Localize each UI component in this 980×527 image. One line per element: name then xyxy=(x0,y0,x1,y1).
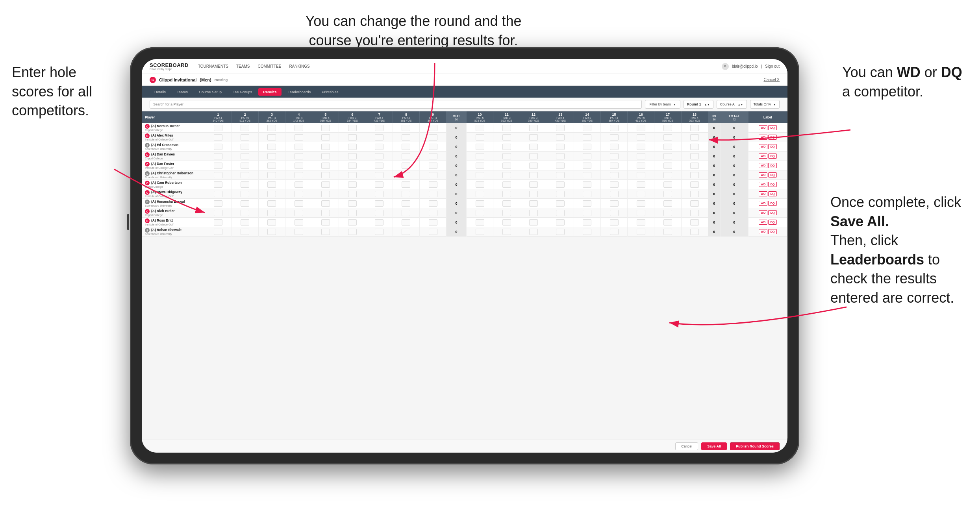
hole-input-1[interactable] xyxy=(205,161,232,170)
score-input-hole-8[interactable] xyxy=(402,134,410,141)
score-input-hole-18[interactable] xyxy=(690,163,699,169)
hole-input-11[interactable] xyxy=(493,142,520,152)
hole-input-8[interactable] xyxy=(393,133,419,142)
score-input-hole-6[interactable] xyxy=(348,172,357,178)
hole-input-18[interactable] xyxy=(681,123,708,133)
wd-button[interactable]: WD xyxy=(759,144,768,149)
score-input-hole-17[interactable] xyxy=(663,172,672,178)
score-input-hole-3[interactable] xyxy=(267,200,276,207)
wd-button[interactable]: WD xyxy=(759,172,768,178)
score-input-hole-8[interactable] xyxy=(402,163,410,169)
score-input-hole-11[interactable] xyxy=(502,125,511,131)
score-input-hole-12[interactable] xyxy=(529,200,538,207)
hole-input-1[interactable] xyxy=(205,152,232,161)
hole-input-13[interactable] xyxy=(547,123,574,133)
score-input-hole-15[interactable] xyxy=(610,229,619,235)
score-input-hole-10[interactable] xyxy=(476,219,484,226)
score-input-hole-5[interactable] xyxy=(321,144,330,150)
hole-input-17[interactable] xyxy=(654,189,681,199)
hole-input-7[interactable] xyxy=(366,152,393,161)
score-input-hole-13[interactable] xyxy=(556,153,565,159)
score-input-hole-1[interactable] xyxy=(214,125,222,131)
score-input-hole-7[interactable] xyxy=(375,191,383,197)
nav-rankings[interactable]: RANKINGS xyxy=(289,64,309,68)
score-input-hole-1[interactable] xyxy=(214,191,222,197)
score-input-hole-18[interactable] xyxy=(690,172,699,178)
hole-input-15[interactable] xyxy=(600,123,627,133)
score-input-hole-18[interactable] xyxy=(690,134,699,141)
hole-input-10[interactable] xyxy=(467,180,493,189)
score-input-hole-6[interactable] xyxy=(348,200,357,207)
score-input-hole-6[interactable] xyxy=(348,219,357,226)
hole-input-3[interactable] xyxy=(258,142,285,152)
score-input-hole-16[interactable] xyxy=(637,153,645,159)
score-input-hole-15[interactable] xyxy=(610,219,619,226)
wd-dq-cell[interactable]: WDDQ xyxy=(748,180,787,189)
score-input-hole-17[interactable] xyxy=(663,163,672,169)
score-input-hole-2[interactable] xyxy=(241,153,249,159)
hole-input-16[interactable] xyxy=(628,142,654,152)
hole-input-6[interactable] xyxy=(339,161,366,170)
tab-teams[interactable]: Teams xyxy=(172,88,193,96)
score-input-hole-10[interactable] xyxy=(476,163,484,169)
score-input-hole-6[interactable] xyxy=(348,125,357,131)
score-input-hole-14[interactable] xyxy=(583,181,591,188)
hole-input-10[interactable] xyxy=(467,189,493,199)
score-input-hole-9[interactable] xyxy=(429,229,437,235)
hole-input-11[interactable] xyxy=(493,208,520,218)
score-input-hole-16[interactable] xyxy=(637,163,645,169)
tab-details[interactable]: Details xyxy=(150,88,170,96)
hole-input-14[interactable] xyxy=(574,123,600,133)
hole-input-17[interactable] xyxy=(654,123,681,133)
hole-input-10[interactable] xyxy=(467,123,493,133)
hole-input-14[interactable] xyxy=(574,133,600,142)
wd-button[interactable]: WD xyxy=(759,153,768,159)
hole-input-8[interactable] xyxy=(393,161,419,170)
hole-input-6[interactable] xyxy=(339,227,366,237)
hole-input-4[interactable] xyxy=(285,227,312,237)
score-input-hole-15[interactable] xyxy=(610,172,619,178)
score-input-hole-17[interactable] xyxy=(663,153,672,159)
score-table-container[interactable]: Player 1PAR 4340 YDS 2PAR 5511 YDS 3PAR … xyxy=(142,111,787,440)
hole-input-16[interactable] xyxy=(628,123,654,133)
score-input-hole-13[interactable] xyxy=(556,181,565,188)
hole-input-12[interactable] xyxy=(520,180,547,189)
hole-input-16[interactable] xyxy=(628,133,654,142)
hole-input-13[interactable] xyxy=(547,180,574,189)
hole-input-10[interactable] xyxy=(467,227,493,237)
hole-input-12[interactable] xyxy=(520,189,547,199)
hole-input-3[interactable] xyxy=(258,170,285,180)
score-input-hole-2[interactable] xyxy=(241,125,249,131)
score-input-hole-4[interactable] xyxy=(295,172,303,178)
score-input-hole-9[interactable] xyxy=(429,191,437,197)
score-input-hole-8[interactable] xyxy=(402,210,410,216)
hole-input-18[interactable] xyxy=(681,227,708,237)
score-input-hole-12[interactable] xyxy=(529,163,538,169)
hole-input-9[interactable] xyxy=(420,199,446,208)
hole-input-5[interactable] xyxy=(312,161,339,170)
score-input-hole-9[interactable] xyxy=(429,153,437,159)
score-input-hole-4[interactable] xyxy=(295,134,303,141)
wd-dq-cell[interactable]: WDDQ xyxy=(748,152,787,161)
score-input-hole-16[interactable] xyxy=(637,219,645,226)
hole-input-8[interactable] xyxy=(393,170,419,180)
wd-dq-cell[interactable]: WDDQ xyxy=(748,199,787,208)
score-input-hole-7[interactable] xyxy=(375,134,383,141)
score-input-hole-1[interactable] xyxy=(214,134,222,141)
score-input-hole-8[interactable] xyxy=(402,191,410,197)
score-input-hole-7[interactable] xyxy=(375,172,383,178)
score-input-hole-6[interactable] xyxy=(348,163,357,169)
score-input-hole-14[interactable] xyxy=(583,229,591,235)
hole-input-17[interactable] xyxy=(654,152,681,161)
hole-input-12[interactable] xyxy=(520,208,547,218)
hole-input-11[interactable] xyxy=(493,170,520,180)
score-input-hole-3[interactable] xyxy=(267,163,276,169)
nav-committee[interactable]: COMMITTEE xyxy=(258,64,281,68)
hole-input-3[interactable] xyxy=(258,133,285,142)
score-input-hole-2[interactable] xyxy=(241,210,249,216)
hole-input-2[interactable] xyxy=(232,208,258,218)
hole-input-8[interactable] xyxy=(393,180,419,189)
hole-input-18[interactable] xyxy=(681,142,708,152)
score-input-hole-9[interactable] xyxy=(429,200,437,207)
hole-input-16[interactable] xyxy=(628,199,654,208)
